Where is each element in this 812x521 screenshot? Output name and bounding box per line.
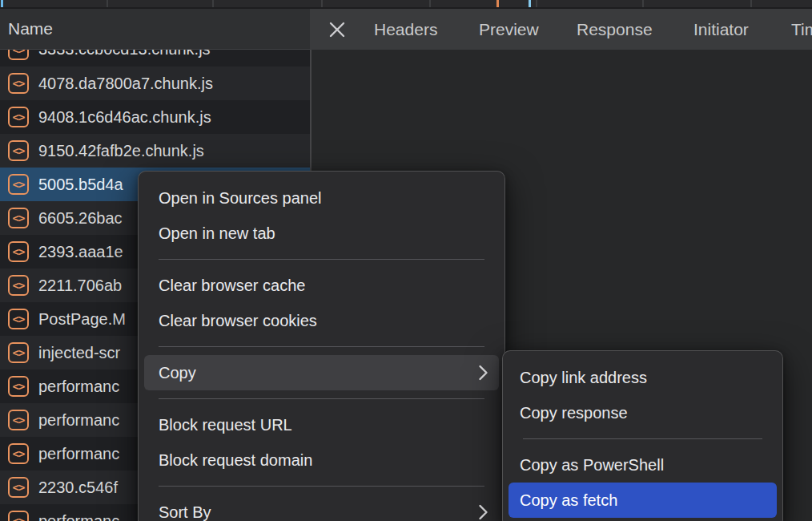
request-name-label: 3333.ccb0cd13.chunk.js — [38, 50, 211, 59]
row-content: <>6605.26bac — [8, 208, 123, 228]
row-content: <>2393.aaa1e — [8, 241, 123, 262]
timeline-gridline — [750, 0, 752, 7]
menu-separator — [523, 438, 762, 439]
menu-item-label: Open in Sources panel — [159, 189, 321, 208]
row-content: <>4078.da7800a7.chunk.js — [8, 73, 213, 94]
request-name-label: performanc — [38, 512, 119, 521]
timeline-gridline — [536, 0, 537, 7]
timeline-gridline — [642, 0, 644, 7]
menu-item-clear-browser-cookies[interactable]: Clear browser cookies — [144, 303, 499, 338]
menu-item-copy[interactable]: Copy — [144, 355, 499, 390]
request-name-label: performanc — [38, 378, 119, 396]
tab-timing[interactable]: Timing — [791, 9, 812, 50]
tab-response[interactable]: Response — [577, 9, 653, 50]
row-content: <>performanc — [8, 376, 119, 397]
name-column-header[interactable]: Name — [0, 9, 310, 50]
menu-item-label: Block request URL — [159, 416, 292, 434]
menu-item-open-in-sources-panel[interactable]: Open in Sources panel — [144, 180, 499, 216]
request-name-label: performanc — [38, 411, 119, 430]
devtools-network-panel: Name HeadersPreviewResponseInitiatorTimi… — [0, 0, 812, 521]
script-file-icon: <> — [8, 511, 29, 521]
script-file-icon: <> — [8, 73, 29, 94]
script-file-icon: <> — [8, 443, 29, 464]
script-file-icon: <> — [8, 309, 29, 329]
request-name-label: PostPage.M — [38, 310, 126, 329]
request-name-label: injected-scr — [38, 344, 120, 362]
row-content: <>performanc — [8, 511, 119, 521]
menu-item-copy-as-powershell[interactable]: Copy as PowerShell — [509, 447, 777, 483]
chevron-right-icon — [478, 364, 488, 382]
timeline-marker — [496, 0, 499, 7]
script-file-icon: <> — [8, 107, 29, 127]
close-details-button[interactable] — [321, 9, 353, 50]
request-name-label: 4078.da7800a7.chunk.js — [38, 75, 213, 93]
menu-item-label: Clear browser cache — [159, 277, 305, 295]
menu-item-block-request-domain[interactable]: Block request domain — [144, 442, 499, 478]
network-request-row[interactable]: <>3333.ccb0cd13.chunk.js — [0, 50, 310, 67]
script-file-icon: <> — [8, 376, 29, 397]
menu-separator — [159, 486, 484, 487]
menu-item-label: Sort By — [159, 503, 211, 521]
close-icon — [328, 20, 347, 39]
script-file-icon: <> — [8, 410, 29, 430]
row-content: <>2230.c546f — [8, 477, 118, 498]
menu-item-copy-as-fetch[interactable]: Copy as fetch — [509, 483, 777, 518]
chevron-right-icon — [478, 503, 488, 521]
script-file-icon: <> — [8, 174, 29, 195]
row-content: <>5005.b5d4a — [8, 174, 123, 195]
network-request-row[interactable]: <>9150.42fafb2e.chunk.js — [0, 134, 310, 168]
menu-item-label: Clear browser cookies — [159, 312, 317, 330]
row-content: <>performanc — [8, 410, 119, 430]
menu-item-label: Copy as fetch — [520, 491, 617, 510]
menu-item-clear-browser-cache[interactable]: Clear browser cache — [144, 268, 499, 303]
tab-initiator[interactable]: Initiator — [693, 9, 749, 50]
row-content: <>2211.706ab — [8, 275, 122, 296]
script-file-icon: <> — [8, 342, 29, 363]
request-name-label: 9150.42fafb2e.chunk.js — [38, 142, 204, 160]
script-file-icon: <> — [8, 208, 29, 228]
menu-item-block-request-url[interactable]: Block request URL — [144, 407, 499, 442]
menu-item-label: Open in new tab — [159, 224, 275, 243]
script-file-icon: <> — [8, 241, 29, 262]
row-content: <>9150.42fafb2e.chunk.js — [8, 140, 204, 161]
menu-item-open-in-new-tab[interactable]: Open in new tab — [144, 216, 499, 251]
menu-item-copy-link-address[interactable]: Copy link address — [509, 360, 777, 395]
timeline-marker — [529, 0, 531, 7]
row-content: <>3333.ccb0cd13.chunk.js — [8, 50, 211, 60]
tab-headers[interactable]: Headers — [374, 9, 437, 50]
details-tab-bar: HeadersPreviewResponseInitiatorTiming — [310, 9, 812, 50]
menu-item-sort-by[interactable]: Sort By — [144, 495, 499, 521]
row-content: <>PostPage.M — [8, 309, 126, 329]
script-file-icon: <> — [8, 50, 29, 60]
timeline-gridline — [212, 0, 214, 7]
network-request-row[interactable]: <>4078.da7800a7.chunk.js — [0, 67, 310, 100]
timeline-marker — [1, 0, 3, 7]
menu-item-label: Copy link address — [520, 369, 647, 387]
request-name-label: 2211.706ab — [38, 277, 122, 295]
script-file-icon: <> — [8, 477, 29, 498]
row-content: <>9408.1c6d46ac.chunk.js — [8, 107, 211, 127]
request-name-label: 6605.26bac — [38, 209, 123, 228]
request-name-label: performanc — [38, 445, 119, 463]
menu-item-label: Copy — [159, 364, 196, 382]
name-column-header-label: Name — [8, 19, 53, 38]
network-request-row[interactable]: <>9408.1c6d46ac.chunk.js — [0, 100, 310, 134]
request-name-label: 2393.aaa1e — [38, 243, 123, 261]
request-name-label: 9408.1c6d46ac.chunk.js — [38, 108, 211, 127]
script-file-icon: <> — [8, 275, 29, 296]
menu-item-label: Block request domain — [159, 451, 312, 470]
row-content: <>performanc — [8, 443, 119, 464]
script-file-icon: <> — [8, 140, 29, 161]
menu-item-label: Copy response — [520, 404, 628, 422]
timeline-gridline — [321, 0, 323, 7]
request-name-label: 2230.c546f — [38, 479, 118, 497]
network-overview-timeline[interactable] — [0, 0, 812, 9]
menu-item-copy-response[interactable]: Copy response — [509, 395, 777, 430]
header-band: Name HeadersPreviewResponseInitiatorTimi… — [0, 9, 812, 50]
timeline-gridline — [107, 0, 108, 7]
menu-separator — [159, 398, 484, 399]
request-context-menu: Open in Sources panelOpen in new tabClea… — [138, 171, 505, 521]
tab-preview[interactable]: Preview — [479, 9, 539, 50]
timeline-gridline — [429, 0, 431, 7]
menu-item-label: Copy as PowerShell — [520, 456, 664, 475]
